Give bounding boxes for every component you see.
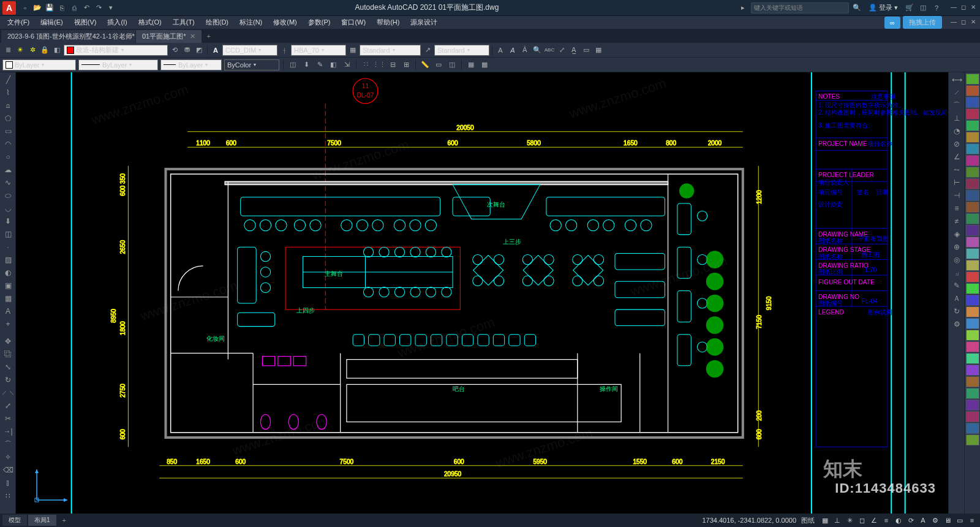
grid-snap-icon[interactable]: ▦ [820,515,831,526]
palette-btn[interactable] [966,260,979,271]
viewport1-icon[interactable]: ▭ [433,59,444,70]
tolerance-icon[interactable]: ◈ [950,228,963,240]
viewport2-icon[interactable]: ◫ [447,59,458,70]
abc-icon[interactable]: ABC [544,45,555,56]
monitor-icon[interactable]: 🖥 [942,515,953,526]
point-icon[interactable]: · [1,241,15,253]
palette-btn[interactable] [966,97,979,108]
model-tab[interactable]: 模型 [2,515,27,526]
block-icon[interactable]: ◫ [287,59,298,70]
customize-icon[interactable]: ≡ [967,515,978,526]
layer-prev-icon[interactable]: ⟲ [169,45,180,56]
palette-btn[interactable] [966,132,979,143]
workspace-icon[interactable]: ⚙ [930,515,941,526]
layout-add-button[interactable]: + [58,515,71,526]
otrack-icon[interactable]: ∠ [869,515,880,526]
undo-icon[interactable]: ↶ [81,2,92,13]
make-block-icon[interactable]: ◫ [1,228,15,240]
search-icon[interactable]: 🔍 [851,2,862,13]
polar-icon[interactable]: ✳ [844,515,855,526]
mleader-icon[interactable]: ↗ [422,45,433,56]
palette-btn[interactable] [966,225,979,236]
addselected-icon[interactable]: + [1,318,15,330]
minimize-button[interactable]: — [949,4,958,12]
info-icon[interactable]: ▸ [737,2,748,13]
palette-btn[interactable] [966,190,979,201]
open-icon[interactable]: 📂 [32,2,43,13]
lineweight-combo[interactable]: ByLayer▾ [160,59,222,70]
palette-btn[interactable] [966,167,979,178]
arc-icon[interactable]: ◠ [1,138,15,150]
insert-icon[interactable]: ⬇ [301,59,312,70]
erase-icon[interactable]: ⌫ [1,464,15,476]
tablestyle-combo[interactable]: Standard▾ [360,45,421,56]
palette-btn[interactable] [966,434,979,445]
array-icon[interactable]: ∷ [360,59,371,70]
qat-more-icon[interactable]: ▾ [105,2,116,13]
dim-ang-icon[interactable]: ∠ [950,151,963,163]
menu-dimension[interactable]: 标注(N) [235,17,267,28]
layer-combo[interactable]: 改造-结构新建▾ [64,45,168,56]
palette-btn[interactable] [966,411,979,422]
doc-minimize-button[interactable]: — [949,18,958,27]
array-tool-icon[interactable]: ∷ [1,490,15,502]
layer-lock-icon[interactable]: 🔒 [39,45,50,56]
scale-icon[interactable]: ⤢ [1,400,15,412]
spell-icon[interactable]: Ǎ [519,45,530,56]
fillet-icon[interactable]: ⌒ [1,438,15,450]
align-icon[interactable]: ⊟ [387,59,398,70]
palette-btn[interactable] [966,178,979,189]
mirror-icon[interactable]: ⟋⟍ [1,387,15,399]
stretch-icon[interactable]: ⤡ [1,361,15,373]
palette-btn[interactable] [966,330,979,341]
palette-btn[interactable] [966,271,979,282]
xref-icon[interactable]: ⇲ [341,59,352,70]
tab-close-icon[interactable]: ✕ [190,32,195,40]
palette-btn[interactable] [966,108,979,119]
new-icon[interactable]: ▫ [20,2,31,13]
palette-btn[interactable] [966,306,979,317]
polygon-icon[interactable]: ⬠ [1,112,15,124]
cycling-icon[interactable]: ⟳ [905,515,916,526]
dim-cont-icon[interactable]: ⊣ [950,189,963,202]
inspect-icon[interactable]: ◎ [950,254,963,266]
palette-btn[interactable] [966,248,979,259]
edit-block-icon[interactable]: ✎ [314,59,325,70]
file-tab-1[interactable]: 2023-9-6 顶图-世外桃源别墅42-1-1谷老师*✕ [1,30,136,43]
text-b-icon[interactable]: A [507,45,518,56]
drawing-canvas[interactable]: 11 DL-07 20050 1100 600 7500 600 5800 16… [16,72,948,514]
find-icon[interactable]: 🔍 [532,45,543,56]
dim-aligned-icon[interactable]: ⟋ [950,86,963,99]
palette-btn[interactable] [966,237,979,248]
scale-text-icon[interactable]: ⤢ [556,45,567,56]
menu-param[interactable]: 参数(P) [303,17,336,28]
palette-btn[interactable] [966,155,979,166]
menu-format[interactable]: 格式(O) [134,17,167,28]
ortho-icon[interactable]: ⊥ [832,515,843,526]
menu-edit[interactable]: 编辑(E) [36,17,68,28]
mtext-icon[interactable]: A [1,305,15,317]
menu-tools[interactable]: 工具(T) [168,17,200,28]
plot-icon[interactable]: ⎙ [69,2,80,13]
cloud-icon[interactable]: ∞ [884,17,900,29]
app-switcher-icon[interactable]: ◫ [918,2,929,13]
close-button[interactable]: ✕ [969,4,978,12]
transparency-icon[interactable]: ◐ [893,515,904,526]
menu-view[interactable]: 视图(V) [69,17,102,28]
dim-base-icon[interactable]: ⊢ [950,176,963,189]
trim-icon[interactable]: ✂ [1,412,15,425]
menu-draw[interactable]: 绘图(D) [201,17,233,28]
distribute-icon[interactable]: ⊞ [401,59,412,70]
pline-icon[interactable]: ⌇ [1,86,15,99]
menu-window[interactable]: 窗口(W) [336,17,371,28]
layer-iso-icon[interactable]: ◩ [194,45,205,56]
tab-add-button[interactable]: + [202,31,216,42]
table-icon[interactable]: ▦ [593,45,604,56]
menu-file[interactable]: 文件(F) [2,17,34,28]
dimupdate-icon[interactable]: ↻ [950,305,963,317]
textstyle-combo[interactable]: HBA_70▾ [291,45,346,56]
array2-icon[interactable]: ⋮⋮ [374,59,385,70]
ellipse-arc-icon[interactable]: ◡ [1,202,15,214]
cart-icon[interactable]: 🛒 [904,2,915,13]
help-icon[interactable]: ? [931,2,942,13]
